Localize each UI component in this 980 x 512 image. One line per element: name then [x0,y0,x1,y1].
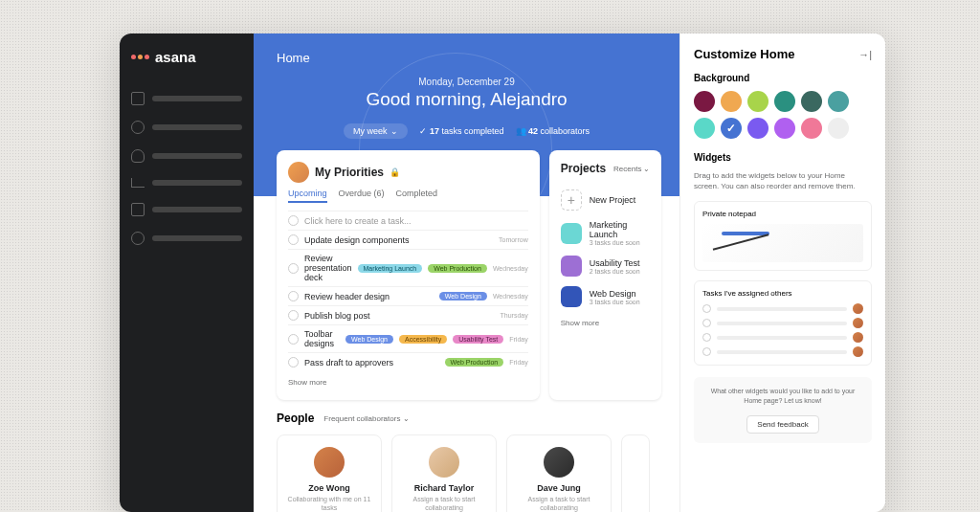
nav-reporting[interactable] [131,174,242,191]
page-title: Home [277,51,657,65]
person-card[interactable] [621,434,650,512]
bell-icon [131,149,145,163]
project-icon [561,286,582,307]
logo-icon [131,55,149,59]
nav-portfolios[interactable] [131,199,242,220]
project-pill[interactable]: Usability Test [453,335,503,344]
nav-home[interactable] [131,88,242,109]
check-icon[interactable] [288,334,299,345]
project-pill[interactable]: Web Design [345,335,393,344]
widgets-title: Widgets [694,152,872,163]
tab-completed[interactable]: Completed [396,189,438,203]
collaborators-stat: 👥 42 collaborators [516,126,590,136]
show-more-link[interactable]: Show more [561,319,599,327]
priorities-card: My Priorities 🔒 Upcoming Overdue (6) Com… [277,150,540,400]
check-icon [702,347,711,356]
nav-tasks[interactable] [131,117,242,138]
customize-panel: Customize Home →| Background Widgets Dra… [679,33,885,512]
check-icon[interactable] [288,291,299,301]
project-pill[interactable]: Marketing Launch [358,264,423,273]
color-swatch[interactable] [721,91,742,112]
task-row[interactable]: Review presentation deckMarketing Launch… [288,249,528,286]
projects-title: Projects [561,162,606,175]
color-swatch[interactable] [747,91,768,112]
collapse-icon[interactable]: →| [858,49,872,60]
person-card[interactable]: Dave JungAssign a task to start collabor… [506,434,612,512]
color-swatch[interactable] [801,91,822,112]
color-swatch[interactable] [828,118,849,139]
project-row[interactable]: Marketing Launch3 tasks due soon [561,215,651,251]
project-icon [561,256,582,277]
projects-filter[interactable]: Recents ⌄ [613,165,650,173]
avatar [544,447,574,478]
show-more-link[interactable]: Show more [288,378,326,387]
task-row[interactable]: Update design componentsTomorrow [288,230,528,249]
week-filter[interactable]: My week⌄ [344,123,409,139]
notepad-widget[interactable]: Private notepad [694,201,872,271]
task-row[interactable]: Review header designWeb DesignWednesday [288,286,528,305]
chevron-down-icon: ⌄ [403,414,410,423]
tab-upcoming[interactable]: Upcoming [288,189,327,203]
check-icon[interactable] [288,310,299,321]
brand-name: asana [155,49,196,65]
check-icon[interactable] [288,263,299,274]
check-icon [702,333,711,342]
avatar [853,346,863,357]
create-task-row[interactable]: Click here to create a task... [288,211,528,230]
project-pill[interactable]: Accessibility [399,335,447,344]
feedback-box: What other widgets would you like to add… [694,377,872,443]
color-swatch[interactable] [721,118,742,139]
project-pill[interactable]: Web Production [445,358,504,367]
avatar [853,318,863,328]
main-area: Home Monday, December 29 Good morning, A… [254,33,679,512]
avatar [429,447,459,478]
check-icon[interactable] [288,357,299,367]
project-pill[interactable]: Web Design [439,292,487,301]
task-row[interactable]: Publish blog postThursday [288,305,528,324]
people-filter[interactable]: Frequent collaborators ⌄ [323,414,409,423]
color-swatch[interactable] [694,118,715,139]
hero-greeting: Good morning, Alejandro [277,89,657,110]
project-row[interactable]: Web Design3 tasks due soon [561,281,651,312]
nav-goals[interactable] [131,228,242,249]
assigned-widget[interactable]: Tasks I've assigned others [694,280,872,366]
color-swatch[interactable] [774,91,795,112]
grid-icon [131,203,145,216]
nav-inbox[interactable] [131,145,242,167]
color-swatch[interactable] [747,118,768,139]
avatar [314,447,345,478]
project-row[interactable]: Usability Test2 tasks due soon [561,251,651,281]
background-title: Background [694,73,872,83]
panel-title: Customize Home [694,47,794,61]
chevron-down-icon: ⌄ [390,126,398,136]
feedback-text: What other widgets would you like to add… [703,387,862,406]
logo[interactable]: asana [131,49,242,65]
color-swatch[interactable] [694,91,715,112]
task-row[interactable]: Pass draft to approversWeb ProductionFri… [288,352,528,371]
person-icon [131,232,145,245]
dashboard-cards: My Priorities 🔒 Upcoming Overdue (6) Com… [254,150,679,400]
tasks-completed-stat: ✓ 17 tasks completed [419,126,503,136]
color-swatch[interactable] [774,118,795,139]
task-row[interactable]: Toolbar designsWeb DesignAccessibilityUs… [288,324,528,352]
check-icon [288,215,299,226]
app-window: asana Home Monday, December 29 Good morn… [120,33,885,512]
widgets-desc: Drag to add the widgets below to your Ho… [694,170,872,191]
tab-overdue[interactable]: Overdue (6) [339,189,385,203]
check-icon [702,304,711,313]
home-icon [131,92,145,105]
widget-label: Tasks I've assigned others [702,289,863,298]
person-card[interactable]: Zoe WongCollaborating with me on 11 task… [277,434,382,512]
hero-stats: My week⌄ ✓ 17 tasks completed 👥 42 colla… [277,123,657,139]
avatar [288,162,309,183]
sidebar: asana [120,33,254,512]
color-swatch[interactable] [801,118,822,139]
send-feedback-button[interactable]: Send feedback [746,415,818,434]
color-swatches [694,91,872,139]
color-swatch[interactable] [828,91,849,112]
avatar [853,303,863,314]
project-pill[interactable]: Web Production [428,264,487,273]
person-card[interactable]: Richard TaylorAssign a task to start col… [391,434,497,512]
check-icon[interactable] [288,234,299,245]
new-project-button[interactable]: +New Project [561,185,651,215]
